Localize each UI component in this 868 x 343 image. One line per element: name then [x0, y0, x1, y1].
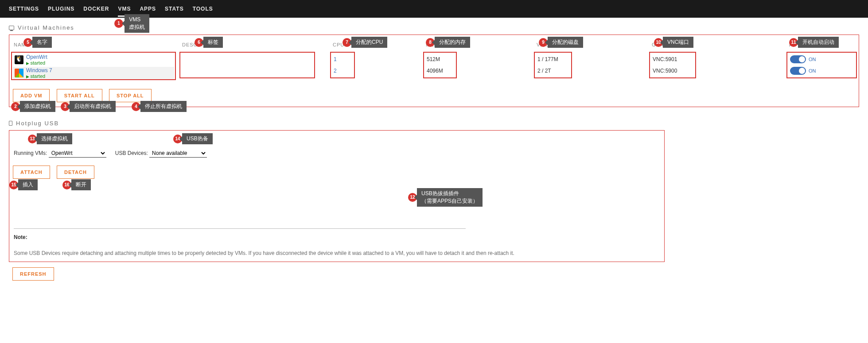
callout-11: 11开机自动启动 — [789, 37, 839, 48]
vm-section-label: Virtual Machines — [18, 24, 74, 31]
vm-os-icon — [15, 55, 23, 64]
running-vms-label: Running VMs: — [14, 150, 47, 156]
add-vm-button[interactable]: ADD VM — [13, 89, 50, 102]
vm-status: started — [26, 73, 52, 79]
nav-stats[interactable]: STATS — [165, 6, 184, 12]
callout-4: 4停止所有虚拟机 — [132, 101, 187, 112]
vm-os-icon — [15, 69, 23, 77]
callout-5: 5名字 — [23, 37, 52, 48]
nav-apps[interactable]: APPS — [140, 6, 156, 12]
callout-16: 16断开 — [62, 179, 91, 190]
vm-panel: 5名字 6标签 7分配的CPU 8分配的内存 9分配的磁盘 10VNC端口 11… — [9, 35, 859, 107]
autostart-toggle[interactable] — [790, 67, 806, 75]
callout-12: 12USB热拔插插件（需要APPS自己安装） — [408, 188, 483, 207]
vm-name-link[interactable]: OpenWrt — [26, 54, 47, 60]
callout-2: 2添加虚拟机 — [11, 101, 55, 112]
usb-devices-select[interactable]: None available — [149, 149, 207, 158]
vm-status: started — [26, 60, 47, 66]
attach-button[interactable]: ATTACH — [13, 166, 50, 179]
nav-docker[interactable]: DOCKER — [83, 6, 109, 12]
vm-memory: 4096M — [427, 68, 453, 74]
callout-9: 9分配的磁盘 — [539, 37, 583, 48]
usb-devices-label: USB Devices: — [115, 150, 148, 156]
callout-15: 15插入 — [9, 179, 38, 190]
nav-settings[interactable]: SETTINGS — [9, 6, 39, 12]
vm-vdisks: 1 / 177M — [537, 56, 568, 62]
callout-10: 10VNC端口 — [654, 37, 693, 48]
note-body: Some USB Devices require detaching and a… — [14, 250, 514, 256]
callout-14: 14USB热备 — [173, 133, 213, 144]
vm-cpus[interactable]: 2 — [334, 68, 351, 74]
callout-3: 3启动所有虚拟机 — [61, 101, 116, 112]
stop-all-button[interactable]: STOP ALL — [109, 89, 152, 102]
vm-icon — [9, 26, 14, 30]
callout-8: 8分配的内存 — [426, 37, 470, 48]
callout-1: 1 VMS虚拟机 — [114, 14, 149, 33]
callout-6: 6标签 — [195, 37, 223, 48]
nav-plugins[interactable]: PLUGINS — [48, 6, 74, 12]
usb-section-title: Hotplug USB — [9, 113, 859, 130]
callout-7: 7分配的CPU — [343, 37, 387, 48]
vm-cpus[interactable]: 1 — [334, 56, 351, 62]
usb-icon — [9, 121, 12, 126]
vm-memory: 512M — [427, 56, 453, 62]
vm-name-link[interactable]: Windows 7 — [26, 67, 52, 73]
autostart-toggle[interactable] — [790, 55, 806, 63]
callout-label-1: VMS虚拟机 — [125, 14, 149, 33]
detach-button[interactable]: DETACH — [57, 166, 94, 179]
running-vms-select[interactable]: OpenWrt — [49, 149, 106, 158]
vm-graphics: VNC:5901 — [653, 56, 693, 62]
autostart-label: ON — [809, 57, 816, 62]
usb-section-label: Hotplug USB — [16, 120, 59, 127]
start-all-button[interactable]: START ALL — [57, 89, 102, 102]
result-label: Result: — [9, 183, 664, 189]
nav-tools[interactable]: TOOLS — [193, 6, 213, 12]
vm-graphics: VNC:5900 — [653, 68, 693, 74]
usb-panel: 13选择虚拟机 14USB热备 12USB热拔插插件（需要APPS自己安装） 1… — [9, 130, 665, 262]
vm-vdisks: 2 / 2T — [537, 68, 568, 74]
note-title: Note: — [14, 234, 27, 240]
callout-13: 13选择虚拟机 — [28, 133, 72, 144]
refresh-button[interactable]: REFRESH — [12, 267, 54, 281]
autostart-label: ON — [809, 68, 816, 73]
